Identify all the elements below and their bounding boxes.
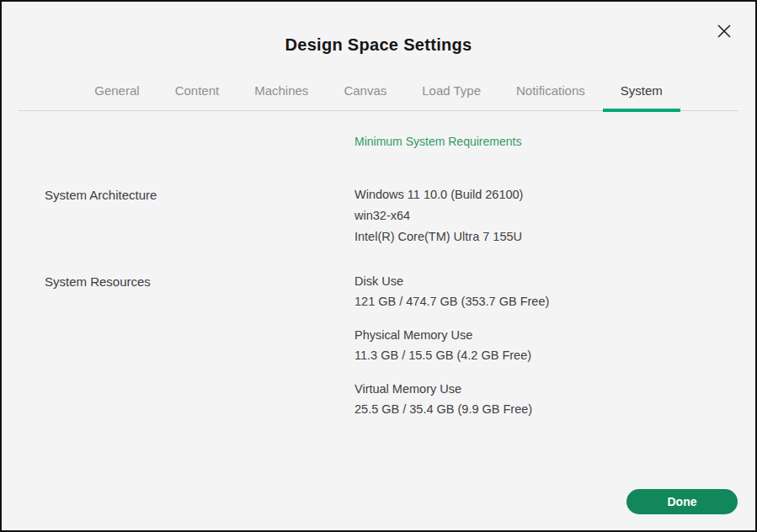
tab-machines[interactable]: Machines — [237, 83, 326, 110]
design-space-settings-dialog: Design Space Settings General Content Ma… — [0, 0, 757, 532]
os-version-value: Windows 11 10.0 (Build 26100) — [355, 184, 738, 205]
tab-general[interactable]: General — [77, 83, 157, 110]
system-architecture-section: System Architecture Windows 11 10.0 (Bui… — [45, 184, 738, 247]
physical-memory-title: Physical Memory Use — [355, 325, 738, 345]
virtual-memory-value: 25.5 GB / 35.4 GB (9.9 GB Free) — [355, 399, 738, 419]
system-resources-section: System Resources Disk Use 121 GB / 474.7… — [45, 271, 738, 433]
minimum-system-requirements-link[interactable]: Minimum System Requirements — [355, 135, 521, 148]
close-button[interactable] — [713, 20, 735, 42]
system-architecture-label: System Architecture — [45, 188, 157, 202]
done-button[interactable]: Done — [626, 489, 738, 514]
physical-memory-group: Physical Memory Use 11.3 GB / 15.5 GB (4… — [355, 325, 738, 365]
tab-content[interactable]: Content — [157, 83, 237, 110]
close-icon — [717, 24, 732, 39]
system-tab-content: Minimum System Requirements System Archi… — [2, 134, 755, 433]
tab-canvas[interactable]: Canvas — [326, 83, 404, 110]
dialog-title: Design Space Settings — [2, 35, 755, 55]
disk-use-value: 121 GB / 474.7 GB (353.7 GB Free) — [355, 291, 738, 311]
disk-use-title: Disk Use — [355, 271, 738, 291]
virtual-memory-group: Virtual Memory Use 25.5 GB / 35.4 GB (9.… — [355, 379, 738, 419]
virtual-memory-title: Virtual Memory Use — [355, 379, 738, 399]
physical-memory-value: 11.3 GB / 15.5 GB (4.2 GB Free) — [355, 345, 738, 365]
tab-system[interactable]: System — [603, 83, 680, 110]
platform-arch-value: win32-x64 — [355, 205, 738, 226]
tab-load-type[interactable]: Load Type — [404, 83, 498, 110]
settings-tab-bar: General Content Machines Canvas Load Typ… — [19, 83, 738, 111]
cpu-model-value: Intel(R) Core(TM) Ultra 7 155U — [355, 226, 738, 247]
tab-notifications[interactable]: Notifications — [498, 83, 603, 110]
system-resources-label: System Resources — [45, 274, 151, 289]
requirements-link-row: Minimum System Requirements — [45, 134, 738, 149]
disk-use-group: Disk Use 121 GB / 474.7 GB (353.7 GB Fre… — [355, 271, 738, 311]
